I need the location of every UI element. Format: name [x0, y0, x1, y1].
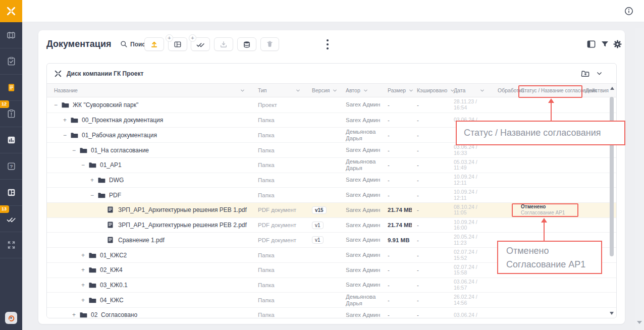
sidebar-item-board[interactable] — [0, 180, 22, 206]
chevron-down-icon[interactable] — [295, 88, 301, 93]
row-version: v1 — [307, 218, 340, 233]
row-name[interactable]: 02_Согласовано — [91, 311, 137, 318]
sidebar-item-objects[interactable] — [0, 22, 22, 48]
row-date: 02.07.24 /15:52 — [448, 248, 491, 262]
chevron-down-icon[interactable] — [332, 88, 338, 93]
upload-button[interactable] — [144, 37, 164, 51]
row-processing — [491, 218, 514, 233]
chevron-down-icon[interactable] — [363, 88, 368, 93]
table-row[interactable]: ЗРП_АР1_Архитектурные решения РЕВ 2.pdfP… — [47, 217, 616, 233]
row-name[interactable]: DWG — [109, 177, 124, 184]
table-row[interactable]: +03_КЖ0.1ПапкаSarex Админ--03.06.24 /16:… — [47, 278, 616, 293]
row-expander[interactable]: − — [63, 132, 70, 139]
sidebar-item-approvals[interactable]: 13 — [0, 206, 22, 232]
row-expander[interactable]: + — [90, 177, 97, 184]
folder-icon — [97, 176, 105, 184]
table-row[interactable]: −01_АР1ПапкаДемьяноваДарья--05.03.24 /11… — [47, 157, 616, 173]
page-scroll-down-icon[interactable] — [637, 321, 642, 324]
column-header-5[interactable]: Кэшировано — [412, 84, 448, 97]
row-expander[interactable]: + — [81, 266, 88, 273]
row-name[interactable]: ЗРП_АР1_Архитектурные решения РЕВ 2.pdf — [118, 222, 247, 229]
user-avatar[interactable] — [5, 312, 17, 324]
row-version: v15 — [307, 203, 340, 217]
column-header-3[interactable]: Автор — [340, 84, 382, 97]
sidebar-item-analytics[interactable] — [0, 127, 22, 153]
row-expander[interactable]: + — [72, 311, 79, 318]
panel-toggle-button[interactable] — [586, 39, 596, 49]
page-scrollbar[interactable] — [635, 28, 644, 330]
sidebar-item-tasks[interactable] — [0, 48, 22, 75]
row-version — [307, 263, 340, 278]
row-expander[interactable]: − — [81, 161, 88, 169]
import-icon — [220, 40, 228, 48]
row-name[interactable]: ЗРП_АР1_Архитектурные решения РЕВ 1.pdf — [118, 206, 247, 213]
scroll-up-icon[interactable] — [610, 87, 614, 90]
row-name[interactable]: ЖК "Суворовский парк" — [73, 101, 138, 108]
row-type: Папка — [251, 293, 307, 307]
row-expander[interactable]: − — [54, 101, 61, 108]
drive-collapse-button[interactable] — [596, 70, 603, 77]
row-expander[interactable]: + — [63, 117, 70, 124]
column-header-4[interactable]: Размер — [382, 84, 412, 97]
row-expander[interactable]: − — [72, 147, 79, 154]
folder-icon — [88, 161, 96, 169]
folder-icon — [79, 146, 87, 154]
column-header-1[interactable]: Тип — [251, 84, 307, 97]
row-name[interactable]: 01_На согласование — [91, 147, 149, 154]
row-name[interactable]: 02_КЖ4 — [100, 266, 123, 273]
table-row[interactable]: +DWGПапкаSarex Админ--10.09.24 /12:11 — [47, 173, 616, 188]
row-status: ОтмененоСогласование АР1 — [514, 203, 582, 217]
row-name[interactable]: 00_Проектная документация — [82, 117, 163, 124]
row-version — [307, 128, 340, 142]
row-type: Папка — [251, 188, 307, 202]
drive-header[interactable]: Диск компании ГК Проект — [47, 64, 616, 84]
row-name[interactable]: PDF — [109, 192, 121, 199]
table-row[interactable]: −PDFПапкаSarex Админ--10.09.24 /12:11 — [47, 187, 616, 202]
column-header-6[interactable]: Дата — [448, 84, 491, 97]
row-expander[interactable]: − — [90, 192, 97, 199]
table-add-plus-badge[interactable]: + — [166, 34, 173, 42]
filter-button[interactable] — [600, 39, 610, 49]
row-version — [307, 113, 340, 128]
file-icon — [106, 206, 115, 214]
table-row[interactable]: −ЖК "Суворовский парк"ПроектSarex Админ-… — [47, 97, 616, 113]
row-type: Папка — [251, 278, 307, 293]
sidebar-item-help[interactable]: ? — [0, 153, 22, 180]
info-icon[interactable] — [624, 7, 633, 16]
row-expander[interactable]: + — [81, 297, 88, 304]
row-status — [514, 278, 582, 293]
row-name[interactable]: 01_КЖС2 — [100, 252, 127, 259]
row-name[interactable]: 04_КЖС — [100, 297, 124, 304]
settings-button[interactable] — [613, 39, 622, 49]
column-header-2[interactable]: Версия — [307, 84, 340, 97]
table-row[interactable]: ЗРП_АР1_Архитектурные решения РЕВ 1.pdfP… — [47, 202, 616, 217]
row-name[interactable]: 01_Рабочая документация — [82, 132, 157, 139]
chevron-down-icon[interactable] — [240, 88, 245, 93]
row-processing — [491, 278, 514, 293]
sidebar-item-documentation[interactable] — [0, 75, 22, 101]
column-header-0[interactable]: Название — [47, 84, 251, 97]
storage-button[interactable] — [237, 37, 256, 51]
row-type: Папка — [251, 263, 307, 278]
row-author: Sarex Админ — [340, 203, 382, 217]
more-options-button[interactable] — [324, 39, 331, 50]
row-name[interactable]: Сравнение 1.pdf — [118, 237, 165, 244]
chevron-down-icon[interactable] — [479, 88, 485, 93]
scroll-down-icon[interactable] — [610, 312, 614, 315]
sidebar-item-fullscreen[interactable] — [0, 232, 22, 258]
sidebar-item-warnings[interactable]: 12 — [0, 101, 22, 127]
approve-add-plus-badge[interactable]: + — [189, 34, 196, 42]
row-name[interactable]: 03_КЖ0.1 — [100, 282, 128, 289]
row-version — [307, 293, 340, 307]
row-expander[interactable]: + — [81, 282, 88, 289]
table-row[interactable]: +04_КЖСПапкаДемьяноваДарья--26.02.24 /14… — [47, 292, 616, 307]
row-expander[interactable]: + — [81, 252, 88, 259]
clipboard-alert-icon — [7, 109, 16, 119]
app-logo[interactable] — [0, 0, 22, 22]
gear-icon — [613, 39, 622, 49]
table-row[interactable]: +02_СогласованоПапкаSarex Админ--03.06.2… — [47, 307, 616, 318]
add-folder-button[interactable] — [581, 69, 589, 78]
database-icon — [243, 40, 251, 48]
row-type: Папка — [251, 173, 307, 188]
row-name[interactable]: 01_АР1 — [100, 161, 122, 169]
